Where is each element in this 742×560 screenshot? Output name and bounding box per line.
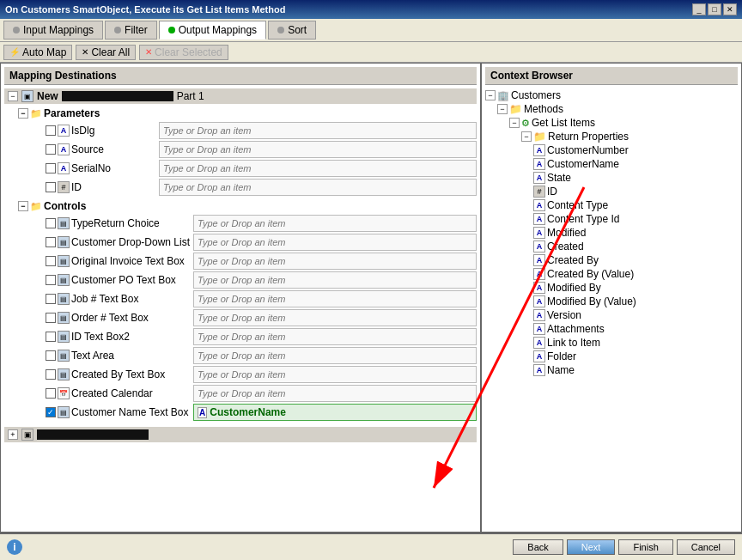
close-button[interactable]: ✕ [723,3,737,15]
cancel-button[interactable]: Cancel [677,539,735,555]
modified-label: Modified [547,227,586,239]
source-input[interactable] [159,141,477,158]
tab-output-mappings[interactable]: Output Mappings [159,21,266,40]
job-checkbox[interactable] [46,294,56,304]
name-icon: A [533,364,545,376]
customername-checkbox[interactable] [46,407,56,417]
serialno-checkbox[interactable] [46,163,56,173]
modified-by-value-label: Modified By (Value) [547,295,636,307]
order-icon: ▤ [58,312,70,324]
tree-customernumber[interactable]: A CustomerNumber [485,143,738,157]
left-panel: Mapping Destinations − ▣ New Part 1 − 📁 … [1,64,482,532]
bottom-expand-btn[interactable]: + [8,429,18,440]
createdby-input[interactable] [193,366,477,383]
version-label: Version [547,309,581,321]
tree-created-by-value[interactable]: A Created By (Value) [485,267,738,281]
state-icon: A [533,172,545,184]
tree-customername[interactable]: A CustomerName [485,157,738,171]
customername-label: Customer Name Text Box [71,406,192,418]
customerpo-input[interactable] [193,271,477,289]
automap-button[interactable]: ⚡ Auto Map [3,45,72,60]
tab-filter[interactable]: Filter [105,21,157,40]
job-icon: ▤ [58,293,70,305]
typereturn-input[interactable] [193,215,477,232]
customerpo-checkbox[interactable] [46,275,56,285]
tree-id[interactable]: # ID [485,185,738,198]
content-type-icon: A [533,199,545,211]
createdcal-checkbox[interactable] [46,388,56,399]
original-invoice-input[interactable] [193,253,477,270]
tree-content-type[interactable]: A Content Type [485,198,738,212]
customer-dropdown-input[interactable] [193,234,477,251]
tree-customers[interactable]: − 🏢 Customers [485,88,738,102]
tree-modified-by-value[interactable]: A Modified By (Value) [485,295,738,308]
customer-dropdown-checkbox[interactable] [46,237,56,247]
tab-dot-filter [114,27,121,33]
createdcal-input[interactable] [193,385,477,402]
tree-created-by[interactable]: A Created By [485,253,738,267]
typereturn-checkbox[interactable] [46,218,56,228]
tree-methods[interactable]: − 📁 Methods [485,102,738,116]
tree-get-list-items[interactable]: − ⚙ Get List Items [485,116,738,130]
new-part-row: − ▣ New Part 1 [4,88,477,104]
tab-sort[interactable]: Sort [268,21,316,40]
created-by-value-icon: A [533,268,545,280]
serialno-label: SerialNo [71,162,157,174]
tree-version[interactable]: A Version [485,308,738,322]
returnprops-expand-btn[interactable]: − [521,131,532,142]
info-button[interactable]: i [7,539,22,555]
id-input[interactable] [159,179,477,196]
original-invoice-checkbox[interactable] [46,256,56,266]
tree-created[interactable]: A Created [485,240,738,253]
content-type-id-icon: A [533,213,545,225]
job-input[interactable] [193,290,477,307]
tree-return-properties[interactable]: − 📁 Return Properties [485,130,738,143]
id-checkbox[interactable] [46,182,56,192]
order-input[interactable] [193,309,477,326]
controls-expand-btn[interactable]: − [18,201,28,211]
getlistitems-expand-btn[interactable]: − [509,118,520,128]
customer-dropdown-label: Customer Drop-Down List [71,236,192,248]
idtextbox2-input[interactable] [193,328,477,345]
clear-all-button[interactable]: ✕ Clear All [76,45,136,60]
createdby-checkbox[interactable] [46,369,56,380]
tree-link-to-item[interactable]: A Link to Item [485,336,738,350]
source-checkbox[interactable] [46,144,56,155]
isdlg-input[interactable] [159,122,477,139]
createdcal-label: Created Calendar [71,387,192,399]
clear-selected-button[interactable]: ✕ Clear Selected [139,45,228,60]
param-id-row: # ID [18,178,477,197]
next-button[interactable]: Next [567,539,616,555]
minimize-button[interactable]: _ [692,3,706,15]
back-button[interactable]: Back [513,539,563,555]
original-invoice-icon: ▤ [58,255,70,267]
ctrl-original-invoice-row: ▤ Original Invoice Text Box [18,252,477,271]
folder-icon: A [533,350,545,362]
tree-folder[interactable]: A Folder [485,350,738,363]
param-source-row: A Source [18,140,477,159]
maximize-button[interactable]: □ [708,3,721,15]
textarea-input[interactable] [193,347,477,364]
methods-expand-btn[interactable]: − [497,104,508,114]
idtextbox2-checkbox[interactable] [46,332,56,342]
serialno-input[interactable] [159,160,477,177]
createdcal-icon: 📅 [58,387,70,399]
param-serialno-row: A SerialNo [18,159,477,178]
tab-input-mappings[interactable]: Input Mappings [3,21,103,40]
textarea-checkbox[interactable] [46,350,56,361]
customername-input[interactable]: A CustomerName [193,404,477,421]
customers-expand-btn[interactable]: − [485,90,496,100]
tree-modified-by[interactable]: A Modified By [485,281,738,295]
tree-modified[interactable]: A Modified [485,226,738,240]
order-checkbox[interactable] [46,313,56,323]
parameters-expand-btn[interactable]: − [18,108,28,119]
tree-state[interactable]: A State [485,171,738,185]
tree-attachments[interactable]: A Attachments [485,322,738,336]
customer-dropdown-icon: ▤ [58,236,70,248]
finish-button[interactable]: Finish [618,539,672,555]
tree-content-type-id[interactable]: A Content Type Id [485,212,738,226]
tree-name[interactable]: A Name [485,363,738,377]
isdlg-checkbox[interactable] [46,125,56,136]
new-expand-btn[interactable]: − [8,91,18,101]
source-icon: A [58,143,70,155]
